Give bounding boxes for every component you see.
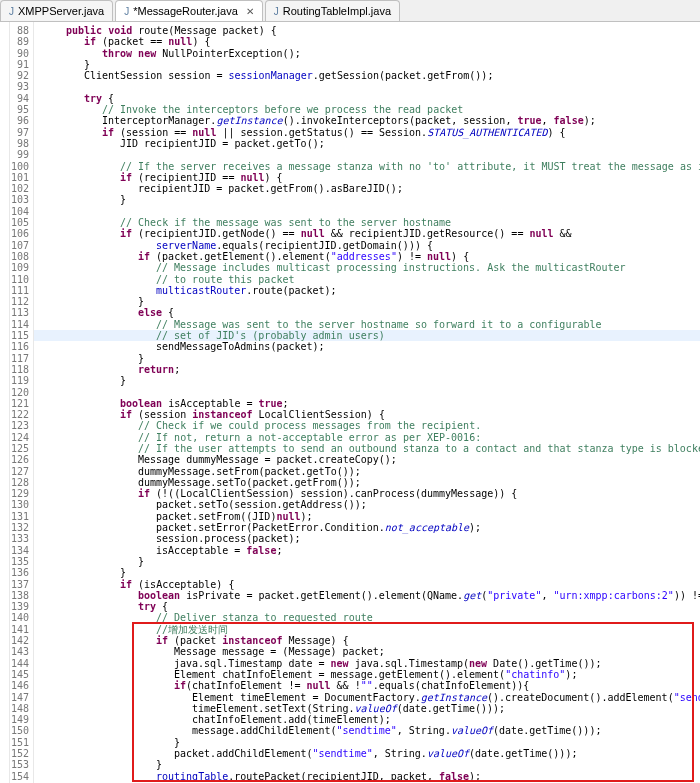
- code-line[interactable]: return;: [34, 364, 700, 375]
- line-number: 153: [10, 759, 33, 770]
- line-number: 115: [10, 330, 33, 341]
- code-line[interactable]: packet.setTo(session.getAddress());: [34, 499, 700, 510]
- line-number: 100: [10, 161, 33, 172]
- code-line[interactable]: if (packet.getElement().element("address…: [34, 251, 700, 262]
- code-line[interactable]: if (recipientJID.getNode() == null && re…: [34, 228, 700, 239]
- code-line[interactable]: ClientSession session = sessionManager.g…: [34, 70, 700, 81]
- code-line[interactable]: // to route this packet: [34, 274, 700, 285]
- code-line[interactable]: Element chatInfoElement = message.getEle…: [34, 669, 700, 680]
- line-number: 145: [10, 669, 33, 680]
- code-line[interactable]: packet.setFrom((JID)null);: [34, 511, 700, 522]
- code-line[interactable]: //增加发送时间: [34, 624, 700, 635]
- line-number: 105: [10, 217, 33, 228]
- code-line[interactable]: sendMessageToAdmins(packet);: [34, 341, 700, 352]
- code-line[interactable]: // Message was sent to the server hostna…: [34, 319, 700, 330]
- code-line[interactable]: dummyMessage.setFrom(packet.getTo());: [34, 466, 700, 477]
- code-line[interactable]: timeElement.setText(String.valueOf(date.…: [34, 703, 700, 714]
- line-number: 101: [10, 172, 33, 183]
- code-line[interactable]: // Deliver stanza to requested route: [34, 612, 700, 623]
- code-line[interactable]: Message dummyMessage = packet.createCopy…: [34, 454, 700, 465]
- line-number: 90: [10, 48, 33, 59]
- code-line[interactable]: packet.addChildElement("sendtime", Strin…: [34, 748, 700, 759]
- code-line[interactable]: multicastRouter.route(packet);: [34, 285, 700, 296]
- code-line[interactable]: serverName.equals(recipientJID.getDomain…: [34, 240, 700, 251]
- code-line[interactable]: if (!((LocalClientSession) session).canP…: [34, 488, 700, 499]
- code-line[interactable]: public void route(Message packet) {: [34, 25, 700, 36]
- line-number: 125: [10, 443, 33, 454]
- code-line[interactable]: }: [34, 567, 700, 578]
- code-line[interactable]: Element timeElement = DocumentFactory.ge…: [34, 692, 700, 703]
- code-line[interactable]: // Invoke the interceptors before we pro…: [34, 104, 700, 115]
- code-line[interactable]: packet.setError(PacketError.Condition.no…: [34, 522, 700, 533]
- code-line[interactable]: message.addChildElement("sendtime", Stri…: [34, 725, 700, 736]
- folding-gutter[interactable]: [0, 22, 10, 783]
- code-line[interactable]: Message message = (Message) packet;: [34, 646, 700, 657]
- code-line[interactable]: throw new NullPointerException();: [34, 48, 700, 59]
- tab-label: *MessageRouter.java: [133, 5, 238, 17]
- code-line[interactable]: if (recipientJID == null) {: [34, 172, 700, 183]
- code-line[interactable]: if (packet instanceof Message) {: [34, 635, 700, 646]
- code-line[interactable]: }: [34, 556, 700, 567]
- code-line[interactable]: // If not, return a not-acceptable error…: [34, 432, 700, 443]
- code-line[interactable]: if (packet == null) {: [34, 36, 700, 47]
- code-line[interactable]: }: [34, 759, 700, 770]
- code-line[interactable]: }: [34, 296, 700, 307]
- tab-routingtable[interactable]: J RoutingTableImpl.java: [265, 0, 400, 21]
- line-number: 119: [10, 375, 33, 386]
- tab-label: XMPPServer.java: [18, 5, 104, 17]
- line-number: 116: [10, 341, 33, 352]
- line-number: 133: [10, 533, 33, 544]
- code-line[interactable]: InterceptorManager.getInstance().invokeI…: [34, 115, 700, 126]
- code-line[interactable]: }: [34, 737, 700, 748]
- code-line[interactable]: session.process(packet);: [34, 533, 700, 544]
- code-line[interactable]: }: [34, 194, 700, 205]
- code-line[interactable]: // Check if the message was sent to the …: [34, 217, 700, 228]
- code-line[interactable]: boolean isAcceptable = true;: [34, 398, 700, 409]
- code-line[interactable]: if (session instanceof LocalClientSessio…: [34, 409, 700, 420]
- code-line[interactable]: // set of JID's (probably admin users): [34, 330, 700, 341]
- code-line[interactable]: recipientJID = packet.getFrom().asBareJI…: [34, 183, 700, 194]
- code-line[interactable]: boolean isPrivate = packet.getElement().…: [34, 590, 700, 601]
- tab-messagerouter[interactable]: J *MessageRouter.java ✕: [115, 0, 263, 21]
- code-line[interactable]: try {: [34, 601, 700, 612]
- code-line[interactable]: java.sql.Timestamp date = new java.sql.T…: [34, 658, 700, 669]
- code-line[interactable]: [34, 81, 700, 92]
- code-line[interactable]: dummyMessage.setTo(packet.getFrom());: [34, 477, 700, 488]
- code-line[interactable]: if (session == null || session.getStatus…: [34, 127, 700, 138]
- line-number: 111: [10, 285, 33, 296]
- code-line[interactable]: [34, 149, 700, 160]
- tab-xmppserver[interactable]: J XMPPServer.java: [0, 0, 113, 21]
- line-number: 117: [10, 353, 33, 364]
- close-icon[interactable]: ✕: [246, 6, 254, 17]
- line-number: 92: [10, 70, 33, 81]
- code-line[interactable]: JID recipientJID = packet.getTo();: [34, 138, 700, 149]
- line-number: 99: [10, 149, 33, 160]
- code-line[interactable]: chatInfoElement.add(timeElement);: [34, 714, 700, 725]
- java-file-icon: J: [124, 6, 129, 17]
- code-line[interactable]: }: [34, 375, 700, 386]
- code-line[interactable]: // If the server receives a message stan…: [34, 161, 700, 172]
- code-line[interactable]: routingTable.routePacket(recipientJID, p…: [34, 771, 700, 782]
- line-number: 143: [10, 646, 33, 657]
- line-number: 130: [10, 499, 33, 510]
- line-number: 131: [10, 511, 33, 522]
- code-line[interactable]: [34, 387, 700, 398]
- line-number: 104: [10, 206, 33, 217]
- code-line[interactable]: }: [34, 353, 700, 364]
- code-line[interactable]: // Check if we could process messages fr…: [34, 420, 700, 431]
- code-line[interactable]: }: [34, 59, 700, 70]
- line-number: 88: [10, 25, 33, 36]
- code-line[interactable]: // Message includes multicast processing…: [34, 262, 700, 273]
- code-line[interactable]: isAcceptable = false;: [34, 545, 700, 556]
- code-line[interactable]: if(chatInfoElement != null && !"".equals…: [34, 680, 700, 691]
- line-number: 149: [10, 714, 33, 725]
- code-line[interactable]: else {: [34, 307, 700, 318]
- line-number-gutter[interactable]: 8889909192939495969798991001011021031041…: [10, 22, 34, 783]
- code-line[interactable]: [34, 206, 700, 217]
- code-line[interactable]: if (isAcceptable) {: [34, 579, 700, 590]
- code-line[interactable]: try {: [34, 93, 700, 104]
- code-line[interactable]: // If the user attempts to send an outbo…: [34, 443, 700, 454]
- code-area[interactable]: public void route(Message packet) {if (p…: [34, 22, 700, 783]
- code-editor[interactable]: 8889909192939495969798991001011021031041…: [0, 22, 700, 783]
- line-number: 98: [10, 138, 33, 149]
